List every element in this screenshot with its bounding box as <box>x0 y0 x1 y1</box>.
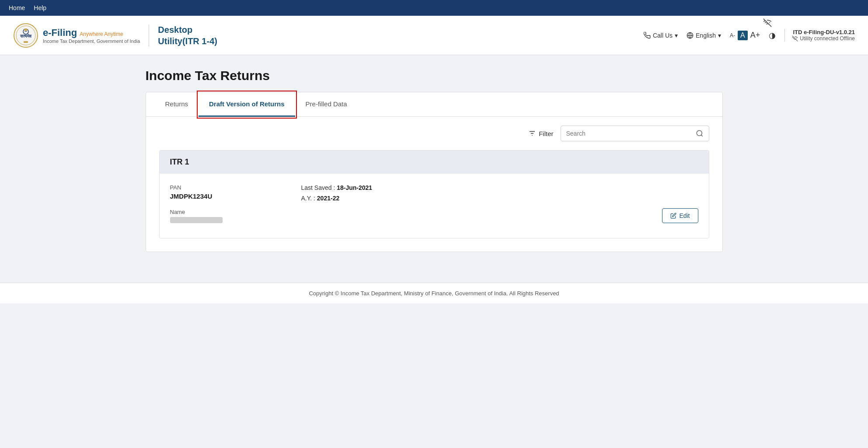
signal-off-icon <box>792 35 798 42</box>
edit-button[interactable]: Edit <box>662 208 698 223</box>
brand-sub: Income Tax Department, Government of Ind… <box>43 38 140 44</box>
footer-text: Copyright © Income Tax Department, Minis… <box>309 290 559 297</box>
itr-card: ITR 1 PAN JMDPK1234U Name Last Saved : 1… <box>159 150 709 238</box>
header: सत्यमेव e-Filing Anywhere Anytime Income… <box>0 16 868 55</box>
itr-card-header: ITR 1 <box>160 150 709 174</box>
offline-icon <box>763 18 772 27</box>
search-icon <box>696 130 704 137</box>
emblem-icon: सत्यमेव <box>13 23 38 48</box>
top-navigation: Home Help <box>0 0 868 16</box>
header-divider <box>149 24 149 46</box>
tab-returns[interactable]: Returns <box>155 92 199 117</box>
edit-icon <box>670 213 676 219</box>
phone-icon <box>644 32 651 39</box>
offline-status: Utility connected Offline <box>792 35 855 42</box>
globe-icon <box>687 32 694 39</box>
font-increase-button[interactable]: A+ <box>750 31 760 40</box>
itr-type-label: ITR 1 <box>170 158 189 166</box>
logo-area: सत्यमेव e-Filing Anywhere Anytime Income… <box>13 23 140 48</box>
filter-button[interactable]: Filter <box>528 130 553 137</box>
svg-point-14 <box>697 130 702 136</box>
tab-content: Filter ITR 1 PAN JMD <box>146 117 722 252</box>
nav-help[interactable]: Help <box>34 4 46 11</box>
svg-line-15 <box>701 135 702 136</box>
font-controls: A- A A+ <box>730 31 760 40</box>
ay-row: A.Y. : 2021-22 <box>301 195 645 202</box>
itr-card-body: PAN JMDPK1234U Name Last Saved : 18-Jun-… <box>160 174 709 238</box>
filter-icon <box>528 130 536 137</box>
page-title: Income Tax Returns <box>146 68 723 83</box>
footer: Copyright © Income Tax Department, Minis… <box>0 283 868 304</box>
tab-draft[interactable]: Draft Version of Returns <box>199 92 295 117</box>
svg-point-5 <box>24 28 28 31</box>
logo-text: e-Filing Anywhere Anytime Income Tax Dep… <box>43 27 140 44</box>
pan-value: JMDPK1234U <box>170 192 284 200</box>
version-text: ITD e-Filing-DU-v1.0.21 <box>793 29 855 35</box>
brand-tagline: Anywhere Anytime <box>80 31 123 37</box>
main-content: Income Tax Returns Returns Draft Version… <box>128 55 740 265</box>
main-card: Returns Draft Version of Returns Pre-fil… <box>146 92 723 252</box>
nav-home[interactable]: Home <box>9 4 25 11</box>
name-label: Name <box>170 209 284 215</box>
utility-title: Desktop Utility(ITR 1-4) <box>158 24 217 47</box>
tab-prefilled[interactable]: Pre-filled Data <box>295 92 358 117</box>
call-us-button[interactable]: Call Us ▾ <box>644 32 678 39</box>
search-box <box>561 126 709 141</box>
contrast-toggle[interactable]: ◑ <box>769 31 776 40</box>
name-value-blurred <box>170 217 223 223</box>
filter-search-row: Filter <box>159 126 709 141</box>
search-input[interactable] <box>566 130 696 137</box>
font-normal-button[interactable]: A <box>738 31 748 40</box>
offline-area: ITD e-Filing-DU-v1.0.21 Utility connecte… <box>784 29 855 42</box>
tabs-container: Returns Draft Version of Returns Pre-fil… <box>146 92 722 117</box>
header-right: Call Us ▾ English ▾ A- A A+ ◑ ITD e-Fili… <box>644 29 855 42</box>
brand-name: e-Filing Anywhere Anytime <box>43 27 140 38</box>
itr-info-left: PAN JMDPK1234U Name <box>170 184 284 225</box>
itr-actions: Edit <box>662 208 698 225</box>
svg-rect-6 <box>24 41 28 43</box>
last-saved-row: Last Saved : 18-Jun-2021 <box>301 184 645 191</box>
font-decrease-button[interactable]: A- <box>730 32 735 38</box>
language-button[interactable]: English ▾ <box>687 32 721 39</box>
pan-label: PAN <box>170 184 284 191</box>
itr-dates-col: Last Saved : 18-Jun-2021 A.Y. : 2021-22 <box>301 184 645 205</box>
